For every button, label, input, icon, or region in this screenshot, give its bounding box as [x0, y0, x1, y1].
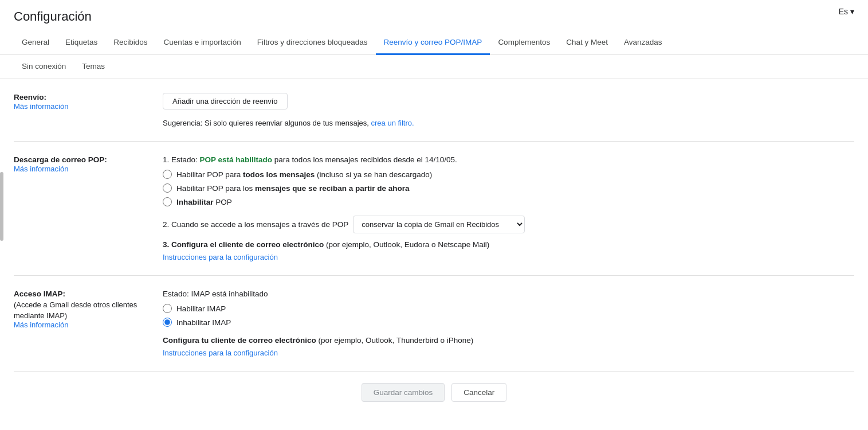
tab-recibidos[interactable]: Recibidos — [105, 31, 155, 55]
secondary-nav: Sin conexión Temas — [0, 55, 868, 79]
tab-chat[interactable]: Chat y Meet — [558, 31, 616, 55]
reenvio-title: Reenvío: — [14, 93, 149, 101]
imap-more-info[interactable]: Más información — [14, 320, 68, 329]
pop-title: Descarga de correo POP: — [14, 155, 149, 164]
imap-content: Estado: IMAP está inhabilitado Habilitar… — [163, 290, 854, 357]
tab-general[interactable]: General — [14, 31, 57, 55]
imap-radio-enable[interactable]: Habilitar IMAP — [163, 304, 854, 313]
imap-radio-group: Habilitar IMAP Inhabilitar IMAP — [163, 304, 854, 327]
add-forward-address-button[interactable]: Añadir una dirección de reenvío — [163, 93, 288, 110]
section-imap: Acceso IMAP: (Accede a Gmail desde otros… — [14, 276, 854, 372]
tab-filtros[interactable]: Filtros y direcciones bloqueadas — [249, 31, 376, 55]
save-button: Guardar cambios — [362, 383, 445, 402]
section-label-imap: Acceso IMAP: (Accede a Gmail desde otros… — [14, 290, 163, 357]
imap-config-step: Configura tu cliente de correo electróni… — [163, 336, 854, 345]
tab-complementos[interactable]: Complementos — [490, 31, 558, 55]
pop-content: 1. Estado: POP está habilitado para todo… — [163, 155, 854, 261]
imap-radio-enable-input[interactable] — [163, 304, 172, 313]
pop-radio-all[interactable]: Habilitar POP para todos los mensajes (i… — [163, 170, 854, 179]
scrollbar[interactable] — [0, 172, 3, 241]
imap-desc2: mediante IMAP) — [14, 311, 149, 320]
section-pop: Descarga de correo POP: Más información … — [14, 142, 854, 276]
pop-radio-disable-input[interactable] — [163, 197, 172, 206]
tab-avanzadas[interactable]: Avanzadas — [616, 31, 670, 55]
pop-radio-disable[interactable]: Inhabilitar POP — [163, 197, 854, 206]
pop-status-line: 1. Estado: POP está habilitado para todo… — [163, 155, 854, 164]
reenvio-more-info[interactable]: Más información — [14, 102, 68, 111]
pop-more-info[interactable]: Más información — [14, 165, 68, 173]
lang-selector[interactable]: Es ▾ — [839, 7, 854, 16]
primary-nav: General Etiquetas Recibidos Cuentas e im… — [0, 31, 868, 55]
section-label-pop: Descarga de correo POP: Más información — [14, 155, 163, 261]
create-filter-link[interactable]: crea un filtro. — [371, 119, 414, 127]
imap-desc1: (Accede a Gmail desde otros clientes — [14, 300, 149, 309]
pop-radio-group: Habilitar POP para todos los mensajes (i… — [163, 170, 854, 206]
pop-radio-all-input[interactable] — [163, 170, 172, 179]
pop-when-accessed: 2. Cuando se accede a los mensajes a tra… — [163, 216, 854, 233]
pop-step3: 3. Configura el cliente de correo electr… — [163, 240, 854, 249]
pop-instructions-link[interactable]: Instrucciones para la configuración — [163, 253, 278, 261]
tab-reenvio[interactable]: Reenvío y correo POP/IMAP — [376, 31, 490, 55]
section-reenvio: Reenvío: Más información Añadir una dire… — [14, 79, 854, 142]
tab-cuentas[interactable]: Cuentas e importación — [156, 31, 249, 55]
tab-etiquetas[interactable]: Etiquetas — [57, 31, 105, 55]
pop-radio-from-now-input[interactable] — [163, 183, 172, 193]
pop-radio-from-now[interactable]: Habilitar POP para los mensajes que se r… — [163, 183, 854, 193]
footer-buttons: Guardar cambios Cancelar — [0, 372, 868, 413]
imap-status-line: Estado: IMAP está inhabilitado — [163, 290, 854, 298]
suggestion-text: Sugerencia: Si solo quieres reenviar alg… — [163, 119, 854, 127]
section-label-reenvio: Reenvío: Más información — [14, 93, 163, 127]
main-content: Reenvío: Más información Añadir una dire… — [0, 79, 868, 372]
imap-radio-disable[interactable]: Inhabilitar IMAP — [163, 318, 854, 327]
reenvio-content: Añadir una dirección de reenvío Sugerenc… — [163, 93, 854, 127]
cancel-button[interactable]: Cancelar — [451, 383, 506, 402]
imap-radio-disable-input[interactable] — [163, 318, 172, 327]
tab-temas[interactable]: Temas — [74, 55, 113, 79]
page-title: Configuración — [0, 0, 868, 31]
imap-instructions-link[interactable]: Instrucciones para la configuración — [163, 349, 278, 357]
pop-enabled-text: POP está habilitado — [200, 155, 273, 164]
imap-title: Acceso IMAP: — [14, 290, 149, 298]
pop-action-dropdown[interactable]: conservar la copia de Gmail en Recibidos… — [353, 216, 525, 233]
tab-sin-conexion[interactable]: Sin conexión — [14, 55, 74, 79]
